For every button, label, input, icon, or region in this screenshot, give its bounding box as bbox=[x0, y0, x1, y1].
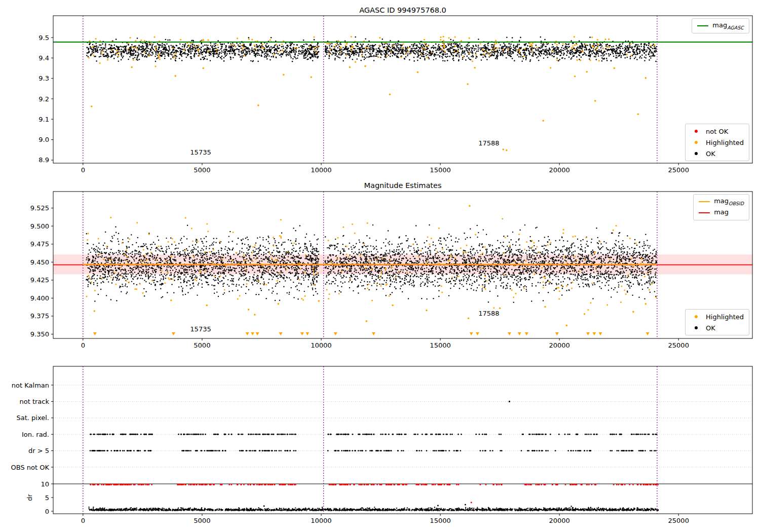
svg-text:17588: 17588 bbox=[478, 310, 499, 317]
svg-text:5: 5 bbox=[45, 494, 49, 502]
not-ok-dot-wrap bbox=[691, 130, 702, 133]
legend-label-mag: mag bbox=[714, 208, 729, 217]
svg-text:not Kalman: not Kalman bbox=[12, 382, 49, 389]
legend-entry-mag-obsid: magOBSID bbox=[699, 197, 744, 206]
legend-plot2-lines: magOBSID mag bbox=[693, 194, 749, 220]
svg-text:9.1: 9.1 bbox=[39, 116, 49, 123]
svg-text:15000: 15000 bbox=[430, 341, 450, 349]
svg-text:15735: 15735 bbox=[190, 325, 211, 333]
legend-plot1-lines: magAGASC bbox=[692, 18, 749, 33]
svg-text:10000: 10000 bbox=[311, 517, 331, 524]
highlighted-dot-wrap bbox=[691, 141, 702, 144]
legend-label-ok2: OK bbox=[706, 324, 715, 332]
mag-obsid-line-swatch bbox=[699, 201, 710, 202]
svg-text:10000: 10000 bbox=[311, 341, 331, 349]
svg-text:5000: 5000 bbox=[194, 341, 210, 349]
svg-text:15735: 15735 bbox=[190, 148, 211, 156]
legend-entry-ok2: OK bbox=[691, 323, 744, 332]
mag-line-swatch bbox=[699, 212, 710, 213]
svg-text:9.0: 9.0 bbox=[39, 136, 49, 143]
svg-text:0: 0 bbox=[81, 166, 85, 174]
plot1-title: AGASC ID 994975768.0 bbox=[53, 6, 752, 14]
legend-label-highlighted: Highlighted bbox=[706, 139, 744, 146]
svg-text:25000: 25000 bbox=[668, 517, 689, 524]
svg-text:25000: 25000 bbox=[668, 166, 689, 174]
svg-text:0: 0 bbox=[45, 508, 49, 515]
legend-label-mag-agasc: magAGASC bbox=[712, 21, 744, 30]
highlighted-dot-swatch bbox=[695, 141, 698, 144]
svg-text:5000: 5000 bbox=[194, 517, 210, 524]
legend-plot1-points: not OK Highlighted OK bbox=[685, 124, 749, 161]
svg-text:9.5: 9.5 bbox=[39, 34, 49, 42]
ok-dot-wrap bbox=[691, 152, 702, 155]
highlighted2-dot-swatch bbox=[695, 315, 698, 318]
legend-label-highlighted2: Highlighted bbox=[706, 313, 744, 321]
svg-text:17588: 17588 bbox=[478, 139, 499, 147]
svg-text:25000: 25000 bbox=[668, 341, 689, 349]
svg-text:9.3: 9.3 bbox=[39, 74, 49, 82]
svg-text:dr: dr bbox=[26, 494, 33, 501]
svg-text:8.9: 8.9 bbox=[39, 156, 49, 164]
svg-text:10: 10 bbox=[41, 480, 49, 488]
legend-entry-ok: OK bbox=[691, 149, 744, 158]
svg-text:15000: 15000 bbox=[430, 517, 450, 524]
svg-text:0: 0 bbox=[81, 517, 85, 524]
svg-text:OBS not OK: OBS not OK bbox=[11, 464, 50, 471]
mag-agasc-line-swatch bbox=[697, 25, 708, 26]
highlighted2-dot-wrap bbox=[691, 315, 702, 318]
svg-text:9.375: 9.375 bbox=[30, 312, 49, 320]
svg-text:5000: 5000 bbox=[194, 166, 210, 174]
plot2-title: Magnitude Estimates bbox=[53, 181, 752, 189]
legend-entry-highlighted2: Highlighted bbox=[691, 312, 744, 321]
legend-label-not-ok: not OK bbox=[706, 128, 728, 135]
legend-label-mag-obsid: magOBSID bbox=[714, 197, 744, 206]
svg-text:9.4: 9.4 bbox=[39, 54, 49, 62]
svg-text:15000: 15000 bbox=[430, 166, 450, 174]
svg-text:20000: 20000 bbox=[549, 166, 569, 174]
svg-text:Sat. pixel.: Sat. pixel. bbox=[17, 414, 49, 422]
ok-dot-swatch bbox=[695, 152, 698, 155]
ok2-dot-swatch bbox=[695, 326, 698, 329]
legend-plot2-points: Highlighted OK bbox=[685, 309, 749, 335]
svg-text:9.525: 9.525 bbox=[30, 204, 49, 212]
svg-text:20000: 20000 bbox=[549, 517, 569, 524]
legend-entry-mag: mag bbox=[699, 208, 744, 217]
svg-text:9.500: 9.500 bbox=[30, 222, 49, 230]
svg-text:0: 0 bbox=[81, 341, 85, 349]
svg-text:10000: 10000 bbox=[311, 166, 331, 174]
svg-text:9.400: 9.400 bbox=[30, 294, 49, 302]
svg-text:9.450: 9.450 bbox=[30, 258, 49, 266]
svg-text:dr > 5: dr > 5 bbox=[28, 447, 49, 454]
svg-text:not track: not track bbox=[19, 398, 49, 405]
chart-canvas: 157351758805000100001500020000250008.99.… bbox=[0, 0, 760, 532]
not-ok-dot-swatch bbox=[695, 130, 698, 133]
svg-text:9.475: 9.475 bbox=[30, 240, 49, 248]
svg-text:9.350: 9.350 bbox=[30, 330, 49, 338]
legend-entry-highlighted: Highlighted bbox=[691, 138, 744, 147]
legend-entry-mag-agasc: magAGASC bbox=[697, 21, 744, 30]
legend-entry-not-ok: not OK bbox=[691, 127, 744, 136]
svg-text:Ion. rad.: Ion. rad. bbox=[22, 431, 49, 438]
legend-label-ok: OK bbox=[706, 150, 715, 158]
svg-text:9.2: 9.2 bbox=[39, 95, 49, 103]
figure: 157351758805000100001500020000250008.99.… bbox=[0, 0, 760, 532]
svg-text:20000: 20000 bbox=[549, 341, 569, 349]
ok2-dot-wrap bbox=[691, 326, 702, 329]
svg-text:9.425: 9.425 bbox=[30, 276, 49, 284]
